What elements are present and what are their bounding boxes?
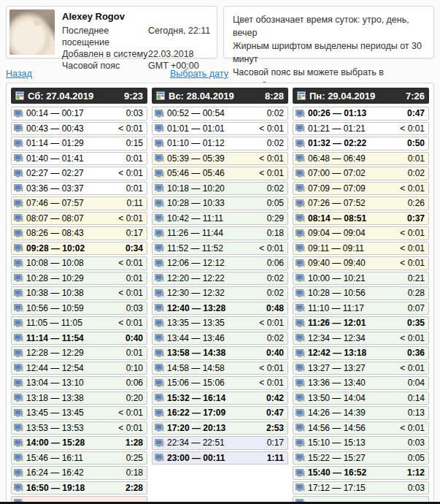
legend-panel: Цвет обозначает время суток: утро, день,…	[223, 6, 434, 58]
session-row: 10:08 — 10:08 < 0:01	[11, 256, 147, 270]
session-row: 09:28 — 10:02 0:34	[11, 242, 147, 256]
session-duration: 0:06	[126, 378, 143, 388]
computer-icon	[155, 259, 164, 267]
session-row: 05:46 — 05:46 < 0:01	[152, 167, 288, 180]
session-range: 17:20 — 20:13	[167, 423, 225, 433]
computer-icon	[296, 110, 305, 118]
computer-icon	[155, 379, 164, 387]
computer-icon	[14, 364, 23, 372]
computer-icon	[296, 229, 305, 237]
computer-icon	[155, 349, 164, 357]
computer-icon	[155, 394, 164, 402]
session-range: 09:40 — 09:40	[308, 258, 366, 268]
session-range: 17:12 — 17:15	[308, 483, 366, 493]
session-range: 15:32 — 16:14	[167, 393, 225, 403]
session-row: 12:44 — 12:54 0:10	[11, 362, 147, 375]
session-range: 13:18 — 13:38	[26, 393, 84, 403]
session-row: 09:40 — 09:40 < 0:01	[293, 256, 429, 270]
computer-icon	[14, 409, 23, 417]
timezone-label: Часовой пояс	[62, 60, 148, 72]
session-duration: 0:47	[266, 408, 284, 418]
session-duration: 0:03	[408, 438, 425, 448]
session-range: 11:26 — 11:44	[167, 228, 223, 238]
last-seen-value: Сегодня, 22:11	[148, 25, 210, 48]
session-duration: 0:47	[407, 108, 425, 118]
session-range: 10:56 — 10:59	[26, 303, 84, 313]
session-range: 13:04 — 13:10	[26, 378, 84, 388]
session-range: 23:00 — 00:11	[167, 453, 225, 463]
computer-icon	[155, 319, 164, 327]
session-rows: 00:14 — 00:17 0:03 00:43 — 00:43 < 0:01 …	[11, 107, 147, 504]
session-range: 00:26 — 01:13	[308, 108, 366, 118]
session-duration: < 0:01	[259, 378, 284, 388]
session-duration: 1:12	[407, 467, 425, 478]
session-range: 16:24 — 16:42	[26, 467, 84, 478]
last-seen-label: Последнее посещение	[62, 25, 148, 48]
session-duration: 0:07	[408, 303, 425, 313]
session-duration: 0:01	[126, 153, 143, 164]
session-duration: 1:28	[126, 438, 143, 448]
session-range: 11:26 — 12:01	[308, 318, 366, 328]
session-row: 00:43 — 00:43 < 0:01	[11, 122, 147, 136]
session-row: 15:22 — 15:27 0:05	[293, 451, 429, 465]
session-row: 09:11 — 09:11 < 0:01	[293, 242, 429, 256]
session-row: 08:26 — 08:43 0:17	[11, 226, 147, 240]
session-duration: 0:26	[408, 198, 425, 208]
computer-icon	[14, 199, 23, 207]
session-row: 11:10 — 11:17 0:07	[293, 302, 429, 316]
session-duration: 1:11	[267, 453, 284, 463]
session-row: 07:46 — 07:57 0:11	[11, 196, 147, 210]
session-duration: 0:14	[408, 393, 425, 403]
computer-icon	[14, 184, 23, 192]
session-range: 10:18 — 10:20	[167, 183, 225, 194]
session-duration: 0:17	[267, 438, 284, 448]
session-range: 10:42 — 11:11	[167, 213, 223, 224]
session-range: 01:14 — 01:29	[26, 138, 84, 148]
computer-icon	[296, 199, 305, 207]
session-duration: < 0:01	[118, 408, 143, 418]
column-header: Пн: 29.04.2019 7:26	[293, 88, 429, 104]
session-row: 12:40 — 13:28 0:48	[152, 302, 288, 316]
computer-icon	[14, 124, 23, 132]
session-duration: 0:36	[407, 348, 425, 358]
computer-icon	[296, 289, 305, 297]
session-range: 16:50 — 19:18	[26, 483, 85, 493]
session-duration: 0:01	[126, 348, 143, 358]
session-duration: 0:01	[126, 273, 143, 283]
computer-icon	[155, 439, 164, 447]
computer-icon	[296, 214, 305, 222]
computer-icon	[14, 484, 23, 492]
session-duration: < 0:01	[400, 183, 425, 194]
session-duration: < 0:01	[118, 318, 143, 328]
session-range: 10:28 — 10:33	[167, 198, 225, 208]
session-duration: 0:02	[408, 168, 425, 178]
session-row: 10:00 — 10:21 0:21	[293, 272, 429, 286]
session-duration: 0:02	[267, 108, 284, 118]
computer-icon	[296, 274, 305, 282]
choose-date-link[interactable]: Выбрать дату	[170, 69, 228, 79]
session-range: 15:10 — 15:13	[308, 438, 366, 448]
session-row: 13:58 — 14:38 0:40	[152, 346, 288, 360]
session-duration: < 0:01	[400, 333, 425, 343]
session-duration: < 0:01	[118, 168, 143, 178]
session-range: 13:36 — 13:40	[308, 378, 366, 388]
session-duration: 0:05	[267, 198, 284, 208]
session-range: 00:43 — 00:43	[26, 123, 84, 134]
session-row: 15:46 — 16:11 0:25	[11, 451, 147, 465]
session-range: 14:58 — 14:58	[167, 363, 225, 373]
session-duration: 0:28	[408, 288, 425, 298]
computer-icon	[155, 244, 164, 252]
session-rows: 00:26 — 01:13 0:47 01:21 — 01:21 < 0:01 …	[293, 107, 429, 504]
session-duration: 0:10	[126, 363, 143, 373]
session-row: 13:53 — 13:53 < 0:01	[11, 421, 147, 435]
column-title: Вс: 28.04.2019	[169, 91, 234, 102]
session-range: 10:38 — 10:38	[26, 288, 84, 298]
computer-icon	[155, 229, 164, 237]
session-duration: < 0:01	[118, 423, 143, 433]
session-range: 08:26 — 08:43	[26, 228, 84, 238]
session-duration: 0:42	[266, 393, 284, 403]
session-duration: < 0:01	[259, 123, 284, 134]
back-link[interactable]: Назад	[6, 69, 32, 79]
session-row: 12:20 — 12:22 0:02	[152, 272, 288, 286]
session-duration: 0:29	[267, 213, 284, 224]
